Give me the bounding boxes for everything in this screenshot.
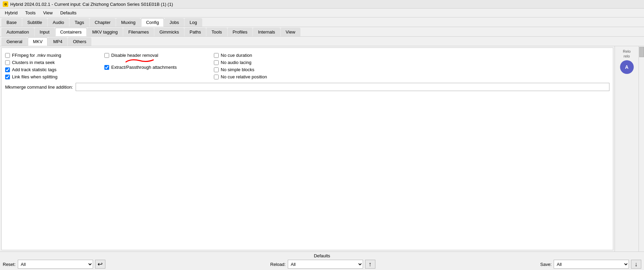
tab-mp4[interactable]: MP4 <box>48 37 67 46</box>
checkbox-nocuedur-label: No cue duration <box>221 53 252 58</box>
app-icon: ⚙ <box>3 1 8 7</box>
tab-muxing[interactable]: Muxing <box>116 18 141 27</box>
tab-internals[interactable]: Internals <box>253 28 280 36</box>
cmd-line-label: Mkvmerge command line addition: <box>5 85 73 90</box>
title-bar: ⚙ Hybrid 2024.01.02.1 - Current input: C… <box>0 0 644 9</box>
reset-group: Reset: All ↩ <box>3 260 105 269</box>
save-down-button[interactable]: ↓ <box>631 260 641 269</box>
checkbox-nosimpleblocks-input[interactable] <box>214 67 219 72</box>
checkbox-ffmpeg-label: FFmpeg for .mkv muxing <box>12 53 61 58</box>
save-label: Save: <box>540 262 552 267</box>
upload-icon: ↑ <box>369 261 372 268</box>
right-panel-label: Relorelo <box>623 49 631 59</box>
tab-config[interactable]: Config <box>141 18 164 27</box>
checkbox-addtrack-label: Add track statistic tags <box>12 67 56 72</box>
checkbox-extractpass-label: Extract/Passthrough attachments <box>111 65 177 70</box>
checkbox-linkfiles[interactable]: Link files when splitting <box>5 74 91 79</box>
tab-jobs[interactable]: Jobs <box>164 18 184 27</box>
defaults-label: Defaults <box>3 253 641 258</box>
checkbox-noaudiolacing[interactable]: No audio lacing <box>214 60 289 65</box>
checkbox-linkfiles-label: Link files when splitting <box>12 74 57 79</box>
cmd-line-input[interactable] <box>76 83 609 91</box>
menu-view[interactable]: View <box>40 9 56 16</box>
checkbox-clusters-label: Clusters in meta seek <box>12 60 55 65</box>
tab-filenames[interactable]: Filenames <box>123 28 154 36</box>
checkbox-col-3: No cue duration No audio lacing No simpl… <box>214 53 289 79</box>
tab-input[interactable]: Input <box>35 28 55 36</box>
checkbox-nocuedur-input[interactable] <box>214 53 219 58</box>
menu-tools[interactable]: Tools <box>22 9 39 16</box>
tab-base[interactable]: Base <box>1 18 22 27</box>
checkbox-nocuerelpos-input[interactable] <box>214 75 219 79</box>
tab-gimmicks[interactable]: Gimmicks <box>154 28 184 36</box>
tab-bar-1: Base Subtitle Audio Tags Chapter Muxing … <box>0 17 644 27</box>
tab-mkv[interactable]: MKV <box>28 37 48 46</box>
reload-up-button[interactable]: ↑ <box>365 260 375 269</box>
main-area: FFmpeg for .mkv muxing Clusters in meta … <box>0 46 644 252</box>
reload-label: Reload: <box>270 262 286 267</box>
checkbox-noaudiolacing-label: No audio lacing <box>221 60 252 65</box>
content-area: FFmpeg for .mkv muxing Clusters in meta … <box>1 48 613 250</box>
footer-controls: Reset: All ↩ Reload: All ↑ Save: All ↓ <box>3 260 641 269</box>
right-panel: Relorelo A <box>615 46 639 252</box>
menu-bar: Hybrid Tools View Defaults <box>0 9 644 17</box>
tab-tags[interactable]: Tags <box>69 18 89 27</box>
reload-group: Reload: All ↑ <box>270 260 375 269</box>
reload-select[interactable]: All <box>288 260 363 269</box>
checkbox-nocuerelpos-label: No cue relative position <box>221 74 267 79</box>
download-icon: ↓ <box>634 261 637 268</box>
checkbox-disableheader-input[interactable] <box>104 53 109 58</box>
checkbox-ffmpeg-input[interactable] <box>5 53 10 58</box>
checkbox-linkfiles-input[interactable] <box>5 75 10 79</box>
checkboxes-container: FFmpeg for .mkv muxing Clusters in meta … <box>5 53 609 79</box>
tab-containers[interactable]: Containers <box>55 28 87 36</box>
tab-mkv-tagging[interactable]: MKV tagging <box>87 28 123 36</box>
checkbox-col-1: FFmpeg for .mkv muxing Clusters in meta … <box>5 53 91 79</box>
checkbox-nosimpleblocks[interactable]: No simple blocks <box>214 67 289 72</box>
tab-others[interactable]: Others <box>68 37 91 46</box>
checkbox-nocuerelpos[interactable]: No cue relative position <box>214 74 289 79</box>
reset-icon: ↩ <box>98 260 103 268</box>
tab-bar-2: Automation Input Containers MKV tagging … <box>0 27 644 37</box>
checkbox-extractpass[interactable]: Extract/Passthrough attachments <box>104 65 200 70</box>
checkbox-ffmpeg[interactable]: FFmpeg for .mkv muxing <box>5 53 91 58</box>
red-annotation <box>124 56 155 64</box>
tab-tools[interactable]: Tools <box>206 28 227 36</box>
window-title: Hybrid 2024.01.02.1 - Current input: Cai… <box>10 2 173 7</box>
checkbox-addtrack-input[interactable] <box>5 67 10 72</box>
checkbox-addtrack[interactable]: Add track statistic tags <box>5 67 91 72</box>
footer: Defaults Reset: All ↩ Reload: All ↑ Save… <box>0 252 644 270</box>
checkbox-nosimpleblocks-label: No simple blocks <box>221 67 254 72</box>
reload-button[interactable]: A <box>620 60 634 74</box>
tab-view[interactable]: View <box>281 28 300 36</box>
reset-label: Reset: <box>3 262 16 267</box>
scrollbar[interactable] <box>639 46 644 252</box>
tab-general[interactable]: General <box>1 37 27 46</box>
reset-button[interactable]: ↩ <box>95 260 105 269</box>
checkbox-col-2: Disable header removal Extract/Passthrou… <box>104 53 200 79</box>
scrollbar-thumb[interactable] <box>639 47 644 57</box>
checkbox-noaudiolacing-input[interactable] <box>214 60 219 65</box>
tab-audio[interactable]: Audio <box>48 18 69 27</box>
checkbox-nocuedur[interactable]: No cue duration <box>214 53 289 58</box>
menu-defaults[interactable]: Defaults <box>57 9 80 16</box>
tab-subtitle[interactable]: Subtitle <box>22 18 47 27</box>
save-select[interactable]: All <box>554 260 629 269</box>
tab-bar-3: General MKV MP4 Others <box>0 37 644 46</box>
menu-hybrid[interactable]: Hybrid <box>1 9 21 16</box>
cmd-line-row: Mkvmerge command line addition: <box>5 83 609 91</box>
tab-paths[interactable]: Paths <box>184 28 206 36</box>
tab-log[interactable]: Log <box>184 18 202 27</box>
checkbox-clusters-input[interactable] <box>5 60 10 65</box>
checkbox-clusters[interactable]: Clusters in meta seek <box>5 60 91 65</box>
checkbox-extractpass-input[interactable] <box>104 65 109 70</box>
reset-select[interactable]: All <box>18 260 93 269</box>
tab-chapter[interactable]: Chapter <box>90 18 116 27</box>
save-group: Save: All ↓ <box>540 260 641 269</box>
tab-automation[interactable]: Automation <box>1 28 34 36</box>
tab-profiles[interactable]: Profiles <box>228 28 253 36</box>
